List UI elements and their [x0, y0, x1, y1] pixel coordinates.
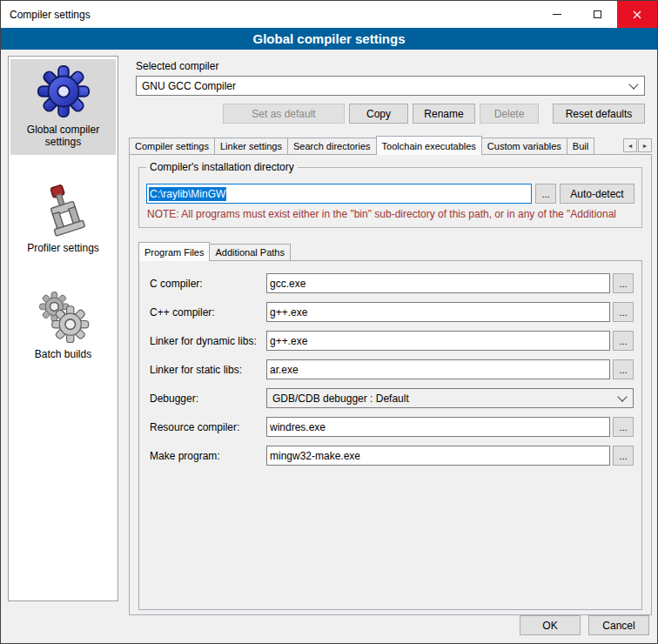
tab-scroll-arrows: ◄ ►: [623, 138, 652, 152]
browse-button[interactable]: ...: [613, 417, 634, 437]
close-button[interactable]: [617, 1, 657, 28]
install-dir-input[interactable]: C:\raylib\MinGW: [146, 184, 532, 204]
browse-button[interactable]: ...: [613, 359, 634, 379]
delete-button[interactable]: Delete: [480, 104, 539, 124]
tab-linker-settings[interactable]: Linker settings: [214, 138, 288, 154]
compiler-actions: Set as default Copy Rename Delete Reset …: [136, 104, 645, 124]
selected-compiler-value: GNU GCC Compiler: [142, 80, 625, 92]
tab-build-truncated[interactable]: Buil: [567, 138, 594, 154]
minimize-icon: [553, 14, 561, 15]
chevron-down-icon: [617, 392, 627, 401]
page-title: Global compiler settings: [1, 28, 657, 50]
resource-compiler-label: Resource compiler:: [150, 421, 266, 433]
minimize-button[interactable]: [537, 1, 577, 28]
install-dir-browse-button[interactable]: ...: [535, 184, 556, 204]
dialog-footer: OK Cancel: [520, 615, 649, 635]
group-title: Compiler's installation directory: [146, 161, 298, 173]
cpp-compiler-label: C++ compiler:: [150, 306, 266, 319]
installation-directory-group: Compiler's installation directory C:\ray…: [138, 167, 642, 228]
bin-subdirectory-note: NOTE: All programs must exist either in …: [147, 208, 634, 220]
profiler-tool-icon: [37, 183, 91, 237]
gear-icon: [37, 64, 91, 118]
sidebar-item-label: Batch builds: [35, 348, 91, 360]
debugger-label: Debugger:: [150, 392, 266, 405]
linker-dynamic-label: Linker for dynamic libs:: [150, 335, 266, 347]
tab-compiler-settings[interactable]: Compiler settings: [129, 138, 215, 154]
maximize-button[interactable]: [577, 1, 617, 28]
tab-search-directories[interactable]: Search directories: [287, 138, 377, 154]
tab-program-files[interactable]: Program Files: [138, 242, 210, 261]
rename-button[interactable]: Rename: [413, 104, 475, 124]
maximize-icon: [594, 10, 601, 18]
sidebar-item-batch-builds[interactable]: Batch builds: [10, 284, 116, 367]
auto-detect-button[interactable]: Auto-detect: [560, 184, 634, 204]
form-row-resource-compiler: Resource compiler: ...: [150, 417, 634, 437]
reset-defaults-button[interactable]: Reset defaults: [553, 104, 645, 124]
tab-custom-variables[interactable]: Custom variables: [481, 138, 567, 154]
form-row-make-program: Make program: ...: [150, 446, 634, 466]
form-row-linker-static: Linker for static libs: ...: [150, 359, 634, 379]
program-files-panel: C compiler: ... C++ compiler: ... Linker…: [138, 260, 642, 610]
tab-toolchain-executables[interactable]: Toolchain executables: [376, 136, 482, 155]
tab-scroll-left-button[interactable]: ◄: [623, 138, 637, 152]
resource-compiler-input[interactable]: [266, 417, 610, 437]
program-files-tabs: Program Files Additional Paths: [138, 242, 644, 260]
linker-static-label: Linker for static libs:: [150, 364, 266, 376]
titlebar: Compiler settings: [1, 1, 657, 28]
c-compiler-input[interactable]: [266, 273, 610, 293]
browse-button[interactable]: ...: [613, 331, 634, 351]
tab-additional-paths[interactable]: Additional Paths: [209, 244, 291, 260]
browse-button[interactable]: ...: [613, 302, 634, 322]
close-icon: [633, 10, 641, 19]
compiler-settings-dialog: Compiler settings Global compiler settin…: [0, 0, 658, 644]
tab-scroll-right-button[interactable]: ►: [638, 138, 652, 152]
window-title: Compiler settings: [1, 1, 537, 28]
form-row-linker-dynamic: Linker for dynamic libs: ...: [150, 331, 634, 351]
sidebar-item-label: Global compiler settings: [12, 124, 114, 148]
sidebar-item-global-compiler-settings[interactable]: Global compiler settings: [10, 59, 116, 155]
spacer: [136, 104, 218, 124]
selected-compiler-select[interactable]: GNU GCC Compiler: [136, 76, 645, 96]
make-program-input[interactable]: [266, 446, 610, 466]
set-as-default-button[interactable]: Set as default: [223, 104, 345, 124]
make-program-label: Make program:: [150, 450, 266, 462]
c-compiler-label: C compiler:: [150, 278, 266, 290]
form-row-c-compiler: C compiler: ...: [150, 273, 634, 293]
selected-compiler-label: Selected compiler: [136, 60, 652, 72]
cpp-compiler-input[interactable]: [266, 302, 610, 322]
chevron-down-icon: [628, 79, 638, 89]
sidebar-item-profiler-settings[interactable]: Profiler settings: [10, 178, 116, 261]
linker-dynamic-input[interactable]: [266, 331, 610, 351]
installation-directory-row: C:\raylib\MinGW ... Auto-detect: [146, 184, 634, 204]
toolchain-executables-panel: Compiler's installation directory C:\ray…: [129, 154, 652, 615]
debugger-select[interactable]: GDB/CDB debugger : Default: [266, 388, 634, 408]
copy-button[interactable]: Copy: [349, 104, 408, 124]
ok-button[interactable]: OK: [520, 615, 581, 635]
form-row-cpp-compiler: C++ compiler: ...: [150, 302, 634, 322]
gears-stack-icon: [37, 289, 91, 343]
install-dir-selected-text: C:\raylib\MinGW: [149, 187, 226, 201]
debugger-value: GDB/CDB debugger : Default: [272, 392, 614, 405]
linker-static-input[interactable]: [266, 359, 610, 379]
settings-category-list: Global compiler settings Profiler settin…: [8, 56, 118, 601]
browse-button[interactable]: ...: [613, 446, 634, 466]
main-area: Selected compiler GNU GCC Compiler Set a…: [127, 53, 652, 615]
compiler-settings-tabs: Compiler settings Linker settings Search…: [129, 136, 652, 154]
browse-button[interactable]: ...: [613, 273, 634, 293]
sidebar-item-label: Profiler settings: [27, 242, 99, 254]
form-row-debugger: Debugger: GDB/CDB debugger : Default: [150, 388, 634, 408]
cancel-button[interactable]: Cancel: [588, 615, 649, 635]
